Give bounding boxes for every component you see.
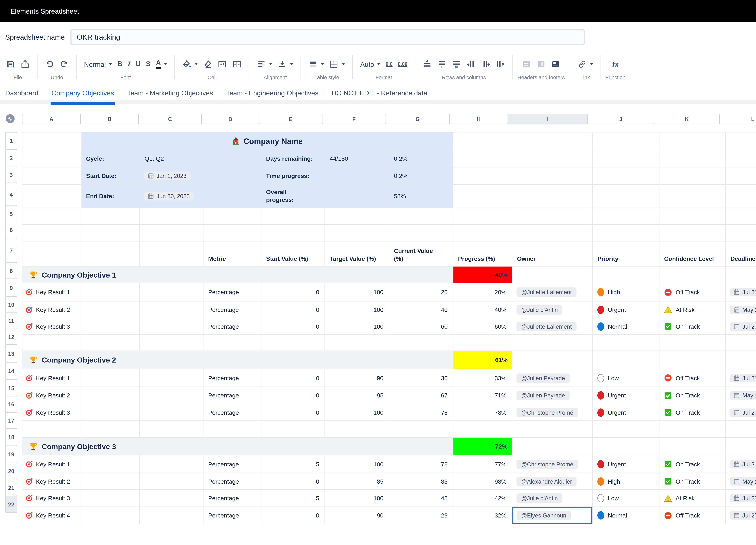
italic-button[interactable]: I (125, 59, 133, 69)
cell-J3[interactable] (593, 168, 660, 185)
strikethrough-button[interactable]: S (143, 59, 153, 69)
cell-D11[interactable]: Percentage (204, 318, 261, 335)
cell-A18[interactable]: Company Objective 3 (22, 438, 453, 455)
cell-I10[interactable]: @Julie d'Antin (512, 301, 593, 318)
cell-F14[interactable]: 90 (325, 369, 389, 387)
cell-I16[interactable]: @Christophe Promé (512, 404, 593, 421)
cell-G19[interactable]: 78 (389, 455, 453, 473)
cell-I13[interactable] (512, 351, 593, 369)
cell-L15[interactable]: May 17, 2023 (726, 387, 756, 404)
cell-E6[interactable] (261, 225, 325, 241)
cell-F10[interactable]: 100 (325, 301, 389, 318)
row-header-6[interactable]: 6 (5, 222, 17, 238)
cell-B19[interactable] (81, 455, 140, 473)
cell-J19[interactable]: Urgent (593, 455, 660, 473)
cell-G22[interactable]: 29 (389, 507, 453, 524)
cell-H15[interactable]: 71% (453, 387, 512, 404)
cell-A16[interactable]: Key Result 3 (22, 404, 81, 421)
cell-J10[interactable]: Urgent (593, 301, 660, 318)
cell-E16[interactable]: 0 (261, 404, 325, 421)
cell-J4[interactable] (593, 185, 660, 208)
cell-J16[interactable]: Urgent (593, 404, 660, 421)
cell-H8[interactable]: 40% (453, 267, 512, 283)
cell-E7[interactable]: Start Value (%) (261, 242, 325, 267)
cell-F3[interactable] (325, 168, 389, 185)
cell-B21[interactable] (81, 490, 140, 507)
export-button[interactable] (18, 58, 32, 70)
cell-I4[interactable] (512, 185, 593, 208)
cell-E10[interactable]: 0 (261, 301, 325, 318)
cell-F15[interactable]: 95 (325, 387, 389, 404)
cell-F4[interactable] (325, 185, 389, 208)
redo-button[interactable] (57, 58, 72, 70)
cell-E21[interactable]: 5 (261, 490, 325, 507)
cell-J21[interactable]: Low (593, 490, 660, 507)
cell-E9[interactable]: 0 (261, 283, 325, 302)
row-header-1[interactable]: 1 (5, 132, 17, 150)
cell-I5[interactable] (512, 208, 593, 225)
cell-E20[interactable]: 0 (261, 473, 325, 490)
cell-L2[interactable] (726, 150, 756, 168)
cell-K8[interactable] (659, 267, 726, 283)
cell-I8[interactable] (512, 267, 593, 283)
cell-B14[interactable] (81, 369, 140, 387)
cell-L22[interactable]: Jul 27, 2023 (726, 507, 756, 524)
cell-L7[interactable]: Deadline (726, 242, 756, 267)
cell-G5[interactable] (389, 208, 453, 225)
cell-D17[interactable] (204, 421, 261, 438)
cell-I20[interactable]: @Alexandre Alquier (512, 473, 593, 490)
cell-F2[interactable]: 44/180 (325, 150, 389, 168)
cell-F16[interactable]: 100 (325, 404, 389, 421)
row-header-16[interactable]: 16 (5, 396, 17, 413)
cell-A9[interactable]: Key Result 1 (22, 283, 81, 302)
cell-D16[interactable]: Percentage (204, 404, 261, 421)
cell-K13[interactable] (659, 351, 726, 369)
column-header-I[interactable]: I (508, 114, 588, 124)
cell-A19[interactable]: Key Result 1 (22, 455, 81, 473)
cell-J2[interactable] (593, 150, 660, 168)
tab-team-engineering-objectives[interactable]: Team - Engineering Objectives (226, 88, 318, 105)
cell-K11[interactable]: On Track (659, 318, 726, 335)
row-header-22[interactable]: 22 (5, 496, 17, 513)
text-color-dropdown[interactable]: A (153, 58, 170, 70)
cell-J13[interactable] (593, 351, 660, 369)
cell-G2[interactable]: 0.2% (389, 150, 453, 168)
cell-J11[interactable]: Normal (593, 318, 660, 335)
cell-E2[interactable]: Days remaining: (261, 150, 325, 168)
cell-D10[interactable]: Percentage (204, 301, 261, 318)
cell-E3[interactable]: Time progress: (261, 168, 325, 185)
cell-D9[interactable]: Percentage (204, 283, 261, 302)
cell-D3[interactable] (204, 168, 261, 185)
cell-F6[interactable] (325, 225, 389, 241)
cell-B3[interactable]: Start Date: (81, 168, 140, 185)
cell-I14[interactable]: @Julien Peyrade (512, 369, 593, 387)
cell-J22[interactable]: Normal (593, 507, 660, 524)
cell-A10[interactable]: Key Result 2 (22, 301, 81, 318)
select-all-corner[interactable] (6, 114, 15, 123)
column-header-E[interactable]: E (259, 114, 322, 124)
cell-D19[interactable]: Percentage (204, 455, 261, 473)
cell-A15[interactable]: Key Result 2 (22, 387, 81, 404)
cell-H12[interactable] (453, 335, 512, 351)
cell-G20[interactable]: 83 (389, 473, 453, 490)
cell-C6[interactable] (140, 225, 204, 241)
row-header-14[interactable]: 14 (5, 362, 17, 380)
row-header-9[interactable]: 9 (5, 279, 17, 297)
cell-I19[interactable]: @Christophe Promé (512, 455, 593, 473)
row-header-5[interactable]: 5 (5, 205, 17, 222)
cell-J8[interactable] (593, 267, 660, 283)
cell-C21[interactable] (140, 490, 204, 507)
cell-J12[interactable] (593, 335, 660, 351)
cell-A12[interactable] (22, 335, 81, 351)
row-header-4[interactable]: 4 (5, 183, 17, 206)
cell-E19[interactable]: 5 (261, 455, 325, 473)
cell-B15[interactable] (81, 387, 140, 404)
cell-K1[interactable] (659, 132, 726, 150)
cell-A4[interactable] (22, 185, 81, 208)
cell-K17[interactable] (659, 421, 726, 438)
cell-D2[interactable] (204, 150, 261, 168)
save-button[interactable] (3, 58, 18, 70)
cell-B7[interactable] (81, 242, 140, 267)
cell-D22[interactable]: Percentage (204, 507, 261, 524)
cell-H13[interactable]: 61% (453, 351, 512, 369)
